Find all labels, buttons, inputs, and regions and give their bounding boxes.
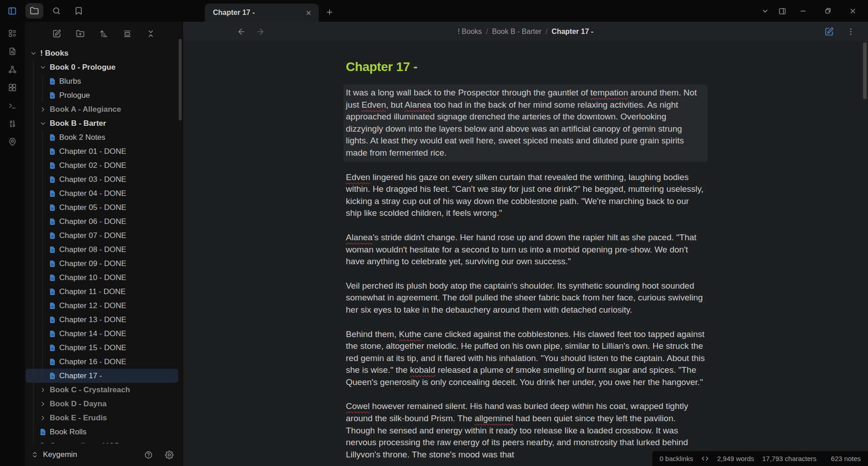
tree-item[interactable]: Book D - Dayna bbox=[26, 397, 178, 411]
binary-icon[interactable] bbox=[6, 117, 19, 130]
tree-item[interactable]: Chapter 15 - DONE bbox=[26, 341, 178, 355]
tree-item[interactable]: Chapter 11 - DONE bbox=[26, 285, 178, 299]
map-pin-icon[interactable] bbox=[6, 135, 19, 148]
layout-grid-icon[interactable] bbox=[6, 81, 19, 94]
note-count[interactable]: 623 notes bbox=[831, 455, 861, 462]
chevrons-up-down-icon bbox=[31, 451, 38, 458]
minimize-button[interactable] bbox=[791, 0, 816, 22]
indent-guide bbox=[33, 158, 33, 172]
new-folder-button[interactable] bbox=[74, 27, 87, 40]
file-explorer-sidebar: ! BooksBook 0 - PrologueBlurbsPrologueBo… bbox=[25, 22, 183, 466]
code-toggle-icon[interactable] bbox=[701, 455, 709, 462]
search-view-button[interactable] bbox=[47, 3, 66, 19]
tree-item-label: ! Books bbox=[40, 49, 68, 58]
tree-item[interactable]: Chapter 02 - DONE bbox=[26, 158, 178, 172]
tree-item-label: Chapter 03 - DONE bbox=[59, 175, 126, 184]
tree-item[interactable]: ! Books bbox=[26, 46, 178, 60]
history-nav bbox=[183, 25, 268, 38]
word-count[interactable]: 2,949 words bbox=[717, 455, 754, 462]
back-button[interactable] bbox=[234, 25, 249, 38]
tree-item-label: Chapter 15 - DONE bbox=[59, 343, 126, 352]
tree-item[interactable]: Chapter 17 - bbox=[26, 369, 178, 383]
tree-item[interactable]: Chapter 14 - DONE bbox=[26, 327, 178, 341]
tree-item[interactable]: Chapter 07 - DONE bbox=[26, 228, 178, 243]
tree-item-label: Book Rolls bbox=[50, 428, 86, 437]
indent-guide bbox=[33, 172, 33, 186]
tree-item[interactable]: Chapter 16 - DONE bbox=[26, 355, 178, 369]
tree-item[interactable]: Chapter 06 - DONE bbox=[26, 214, 178, 228]
frame-view-button[interactable] bbox=[121, 27, 134, 40]
tree-item-label: Blurbs bbox=[59, 77, 81, 86]
misspelled-word: allgeminel bbox=[475, 414, 514, 423]
tree-item[interactable]: Chapter 01 - DONE bbox=[26, 144, 178, 158]
restore-button[interactable] bbox=[816, 0, 840, 22]
tree-item[interactable]: Book 0 - Prologue bbox=[26, 60, 178, 74]
tree-item[interactable]: Chapter 08 - DONE bbox=[26, 243, 178, 257]
sort-order-button[interactable] bbox=[97, 27, 111, 40]
bookmarks-view-button[interactable] bbox=[70, 3, 88, 19]
backlinks-count[interactable]: 0 backlinks bbox=[660, 455, 693, 462]
tree-item[interactable]: Chapter 05 - DONE bbox=[26, 200, 178, 214]
more-options-button[interactable] bbox=[844, 25, 858, 38]
tree-item[interactable]: Book C - Crystalreach bbox=[26, 383, 178, 397]
document[interactable]: Chapter 17 - It was a long wall back to … bbox=[346, 42, 705, 461]
breadcrumb-segment[interactable]: Chapter 17 - bbox=[552, 28, 593, 36]
settings-gear-button[interactable] bbox=[164, 449, 175, 460]
tree-item[interactable]: Book B - Barter bbox=[26, 116, 178, 130]
card-list-icon[interactable] bbox=[6, 27, 19, 39]
indent-guide bbox=[33, 228, 33, 243]
indent-guide bbox=[33, 285, 33, 299]
file-icon bbox=[48, 245, 57, 254]
indent-guide bbox=[33, 299, 33, 313]
character-count[interactable]: 17,793 characters bbox=[762, 455, 816, 462]
file-search-icon[interactable] bbox=[6, 45, 19, 57]
editor-scrollbar-thumb[interactable] bbox=[863, 43, 867, 99]
tab-close-icon[interactable] bbox=[302, 7, 314, 19]
new-tab-button[interactable] bbox=[321, 5, 338, 20]
paragraph[interactable]: It was a long wall back to the Prospecto… bbox=[346, 87, 705, 159]
paragraph[interactable]: Alanea's stride didn't change. Her hand … bbox=[346, 232, 705, 268]
tree-item[interactable]: Book E - Erudis bbox=[26, 411, 178, 425]
tree-item[interactable]: Book A - Allegiance bbox=[26, 102, 178, 116]
tree-item[interactable]: Chapter 13 - DONE bbox=[26, 313, 178, 327]
new-note-button[interactable] bbox=[50, 27, 64, 40]
paragraph[interactable]: Behind them, Kuthe cane clicked against … bbox=[346, 328, 705, 389]
tab-list-dropdown-button[interactable] bbox=[756, 0, 774, 22]
note-title[interactable]: Chapter 17 - bbox=[346, 60, 705, 74]
tree-item[interactable]: Book Rolls bbox=[26, 425, 178, 439]
paragraph[interactable]: Veil perched its plush body atop the cap… bbox=[346, 280, 705, 316]
breadcrumb-segment[interactable]: ! Books bbox=[458, 28, 481, 36]
indent-guide bbox=[33, 144, 33, 158]
forward-button[interactable] bbox=[253, 25, 268, 38]
tree-item[interactable]: Chapter 10 - DONE bbox=[26, 271, 178, 285]
indent-guide bbox=[33, 355, 33, 369]
files-view-button[interactable] bbox=[25, 3, 43, 19]
collapse-all-button[interactable] bbox=[144, 27, 158, 40]
tree-item[interactable]: Chapter 04 - DONE bbox=[26, 186, 178, 200]
tab-title: Chapter 17 - bbox=[213, 9, 302, 17]
tree-item[interactable]: Chapter 03 - DONE bbox=[26, 172, 178, 186]
tree-item-label: Chapter 14 - DONE bbox=[59, 329, 126, 338]
help-button[interactable] bbox=[143, 449, 154, 460]
toggle-right-sidebar-button[interactable] bbox=[774, 0, 791, 22]
close-button[interactable] bbox=[840, 0, 865, 22]
tree-item[interactable]: Chapter 12 - DONE bbox=[26, 299, 178, 313]
file-icon bbox=[38, 442, 47, 444]
paragraph[interactable]: Edven lingered his gaze on every silken … bbox=[346, 171, 705, 219]
paragraph[interactable]: Cowel however remained silent. His hand … bbox=[346, 400, 705, 461]
misspelled-word: Edven bbox=[346, 172, 370, 182]
tree-item[interactable]: Prologue bbox=[26, 88, 178, 102]
sidebar-scrollbar-thumb[interactable] bbox=[179, 39, 182, 120]
vault-switcher[interactable]: Keygemin bbox=[31, 450, 77, 459]
file-explorer-toolbar bbox=[25, 22, 183, 45]
toggle-left-sidebar-button[interactable] bbox=[3, 3, 21, 19]
tree-item[interactable]: Book 2 Notes bbox=[26, 130, 178, 144]
edit-mode-button[interactable] bbox=[822, 25, 836, 38]
tree-item[interactable]: Compendium - MOB bbox=[26, 439, 178, 443]
breadcrumb-segment[interactable]: Book B - Barter bbox=[492, 28, 541, 36]
graph-view-icon[interactable] bbox=[6, 63, 19, 76]
tab-chapter-17[interactable]: Chapter 17 - bbox=[205, 4, 319, 22]
tree-item[interactable]: Chapter 09 - DONE bbox=[26, 257, 178, 271]
terminal-icon[interactable] bbox=[6, 99, 19, 112]
tree-item[interactable]: Blurbs bbox=[26, 74, 178, 88]
